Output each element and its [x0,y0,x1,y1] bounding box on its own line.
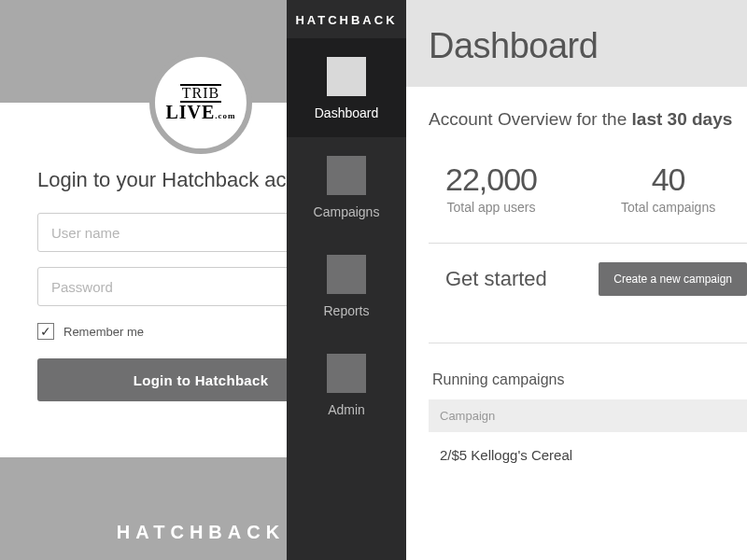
dashboard-body: Account Overview for the last 30 days 22… [406,87,747,560]
sidebar-item-label: Campaigns [314,204,380,219]
partner-logo: TRIB LIVE.com [149,51,252,154]
stat-value: 40 [621,161,715,198]
create-campaign-button[interactable]: Create a new campaign [599,262,747,296]
dashboard-header: Dashboard [406,0,747,87]
admin-icon [327,354,366,393]
get-started-label: Get started [445,267,547,291]
stat-total-campaigns: 40 Total campaigns [621,161,715,215]
sidebar-brand-wordmark: HATCHBACK [287,0,406,38]
stat-label: Total app users [445,200,537,215]
sidebar-item-label: Dashboard [315,105,379,120]
partner-logo-inner: TRIB LIVE.com [165,84,235,121]
sidebar-item-reports[interactable]: Reports [287,236,406,335]
campaigns-icon [327,156,366,195]
campaign-table-header: Campaign [429,399,747,432]
remember-me-label: Remember me [63,325,144,339]
checkbox-icon: ✓ [37,323,54,340]
logo-line-1: TRIB [180,84,221,103]
sidebar: HATCHBACK Dashboard Campaigns Reports Ad… [287,0,406,560]
stat-value: 22,000 [445,161,537,198]
reports-icon [327,255,366,294]
stats-row: 22,000 Total app users 40 Total campaign… [429,161,747,215]
sidebar-item-admin[interactable]: Admin [287,335,406,434]
sidebar-item-campaigns[interactable]: Campaigns [287,137,406,236]
sidebar-item-dashboard[interactable]: Dashboard [287,38,406,137]
dashboard-icon [327,57,366,96]
remember-me-checkbox[interactable]: ✓ Remember me [37,323,144,340]
page-title: Dashboard [429,26,747,66]
logo-line-2: LIVE.com [165,102,235,122]
divider [429,343,747,343]
sidebar-item-label: Reports [323,303,369,318]
get-started-row: Get started Create a new campaign [429,244,747,315]
stat-label: Total campaigns [621,200,715,215]
campaign-row[interactable]: 2/$5 Kellogg's Cereal [429,432,747,467]
stat-total-users: 22,000 Total app users [445,161,537,215]
dashboard-panel: Dashboard Account Overview for the last … [406,0,747,560]
account-overview-text: Account Overview for the last 30 days [429,109,747,130]
running-campaigns-heading: Running campaigns [432,371,747,388]
sidebar-item-label: Admin [328,402,365,417]
